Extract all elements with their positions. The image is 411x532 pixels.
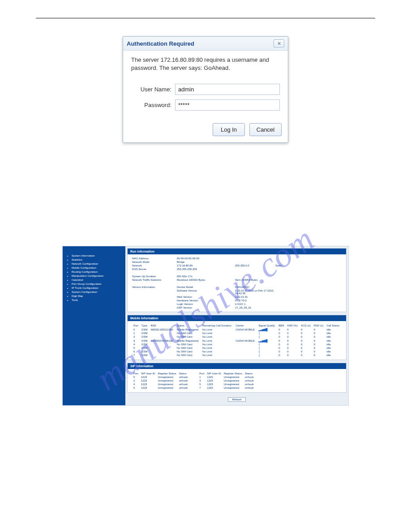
run-value: 172.16.80.89: [177, 264, 235, 267]
mobile-cell: 6: [132, 350, 140, 353]
sidebar-item[interactable]: IP Trunk Configuration: [72, 287, 121, 289]
mobile-cell: 0: [277, 346, 286, 350]
run-value: 00h 02m 17s: [177, 275, 235, 278]
mobile-header: Signal Quality: [257, 324, 277, 327]
mobile-cell: No Limit: [201, 327, 234, 331]
run-label: [132, 289, 177, 295]
sip-info-panel: SIP Information PortSIP User IDRegister …: [127, 363, 347, 393]
mobile-header: ASR (%): [286, 324, 300, 327]
cancel-button[interactable]: Cancel: [249, 123, 282, 136]
close-icon[interactable]: ✕: [274, 39, 284, 47]
run-value: [275, 257, 307, 260]
mobile-cell: GSM: [140, 327, 150, 331]
mobile-cell: 0: [277, 335, 286, 339]
auth-form: User Name: Password:: [123, 75, 288, 119]
mobile-cell: 0: [313, 343, 325, 346]
mobile-header: Status: [176, 324, 201, 327]
mobile-cell: Mobile Registered: [176, 339, 201, 343]
run-value: DWG2000C: [235, 286, 275, 288]
sip-cell: 3: [198, 379, 206, 382]
mobile-cell: 1: [132, 331, 140, 335]
mobile-cell: GSM: [140, 346, 150, 350]
mobile-cell: GSM: [140, 343, 150, 346]
mobile-cell: 0: [313, 327, 325, 331]
mobile-cell: 460003270439130: [149, 339, 176, 343]
mobile-cell: 0: [313, 335, 325, 339]
sidebar-item[interactable]: Operation: [72, 279, 121, 281]
mobile-cell: Idle: [325, 335, 342, 339]
sip-cell: onhook: [244, 375, 255, 379]
run-value: LOGIC 1: [235, 303, 275, 305]
mobile-cell: No SIM Card: [176, 335, 201, 339]
mobile-cell: [234, 331, 257, 335]
sidebar-item[interactable]: Tools: [72, 299, 121, 301]
run-value: [275, 286, 307, 288]
mobile-cell: No Limit: [201, 331, 234, 335]
sidebar-item[interactable]: Manipulation Configuration: [72, 275, 121, 277]
sip-cell: Unregistered: [157, 379, 178, 382]
run-value: [235, 261, 275, 263]
mobile-cell: CHINA MOBILE: [234, 327, 257, 331]
sip-header: Status: [178, 372, 189, 375]
login-button[interactable]: Log In: [213, 123, 245, 136]
password-label: Password:: [131, 102, 171, 108]
run-value: [275, 303, 307, 305]
refresh-button[interactable]: Refresh: [228, 397, 245, 402]
table-row: 31223Unregisteredonhook: [198, 379, 255, 382]
sip-cell: Unregistered: [157, 386, 178, 390]
sidebar-item[interactable]: System Configuration: [72, 291, 121, 293]
mobile-cell: Idle: [325, 343, 342, 346]
mobile-header: Remaining Call Duration: [201, 324, 234, 327]
run-value: [275, 289, 307, 295]
horizontal-rule: [36, 18, 375, 18]
sip-cell: onhook: [178, 382, 189, 386]
table-row: 6GSMNo SIM CardNo Limit┤0000Idle: [132, 350, 342, 353]
mobile-cell: 0: [286, 346, 300, 350]
sidebar-item[interactable]: Mobile Configuration: [72, 266, 121, 269]
sip-cell: onhook: [178, 375, 189, 379]
run-value: 2.22.01.01 Built on Feb 17 2012, 18:42:3…: [235, 289, 275, 295]
mobile-cell: 0: [300, 331, 313, 335]
run-value: Web Version: [177, 296, 235, 298]
sidebar-item[interactable]: Statistics: [72, 258, 121, 261]
mobile-cell: 0: [277, 343, 286, 346]
mobile-header: Carrier: [234, 324, 257, 327]
mobile-header: IMSI: [149, 324, 176, 327]
mobile-cell: [149, 331, 176, 335]
sidebar-item[interactable]: Digit Map: [72, 295, 121, 297]
mobile-cell: Idle: [325, 327, 342, 331]
mobile-cell: 0: [300, 339, 313, 343]
username-input[interactable]: [175, 84, 280, 95]
sip-cell: Unregistered: [223, 379, 244, 382]
mobile-cell: 0: [286, 335, 300, 339]
mobile-cell: No SIM Card: [176, 346, 201, 350]
sip-cell: Unregistered: [223, 375, 244, 379]
run-label: Network Mode: [132, 261, 177, 263]
mobile-cell: 0: [277, 339, 286, 343]
sip-header: Port: [198, 372, 206, 375]
password-input[interactable]: [175, 99, 280, 111]
table-row: 3GSM460003270439130Mobile RegisteredNo L…: [132, 339, 342, 343]
sip-cell: 1: [198, 375, 206, 379]
mobile-cell: 0: [277, 353, 286, 357]
sidebar-item[interactable]: Network Configuration: [72, 262, 121, 265]
mobile-cell: No SIM Card: [176, 350, 201, 353]
mobile-cell: 0: [313, 353, 325, 357]
mobile-cell: GSM: [140, 335, 150, 339]
sidebar-item[interactable]: Routing Configuration: [72, 270, 121, 273]
sip-info-title: SIP Information: [128, 363, 346, 369]
sip-cell: 4: [132, 382, 140, 386]
mobile-cell: 0: [277, 331, 286, 335]
sidebar-item[interactable]: Port Group Configuration: [72, 283, 121, 285]
mobile-cell: 4: [132, 343, 140, 346]
mobile-cell: [234, 343, 257, 346]
sip-cell: 5: [198, 382, 206, 386]
mobile-cell: 0: [286, 350, 300, 353]
mobile-header: ACD (s): [300, 324, 313, 327]
sidebar-item[interactable]: System Information: [72, 254, 121, 257]
mobile-cell: [234, 346, 257, 350]
mobile-header: PDD (s): [313, 324, 325, 327]
mobile-cell: 460021183311854: [149, 327, 176, 331]
mobile-cell: Idle: [325, 353, 342, 357]
run-value: [275, 306, 307, 309]
